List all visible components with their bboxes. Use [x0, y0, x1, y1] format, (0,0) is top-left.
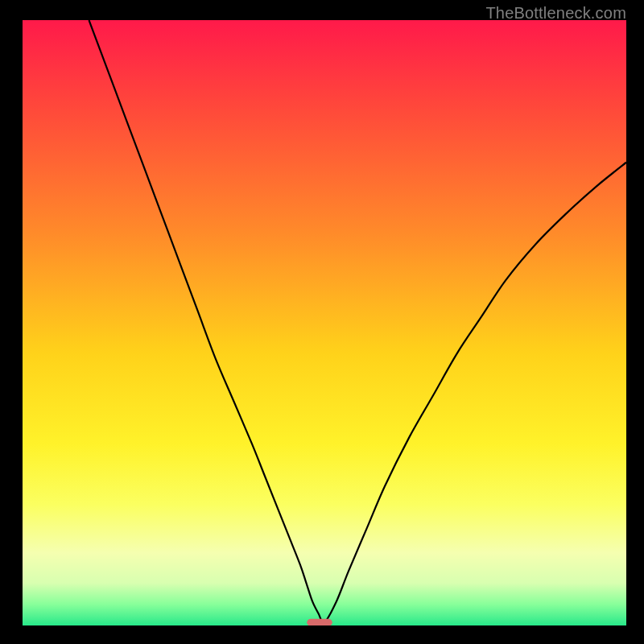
gradient-background	[23, 20, 626, 625]
optimal-marker	[307, 619, 332, 625]
watermark-text: TheBottleneck.com	[485, 4, 626, 23]
svg-rect-0	[23, 20, 626, 625]
chart-frame: TheBottleneck.com	[0, 0, 644, 644]
plot-area	[23, 20, 626, 625]
